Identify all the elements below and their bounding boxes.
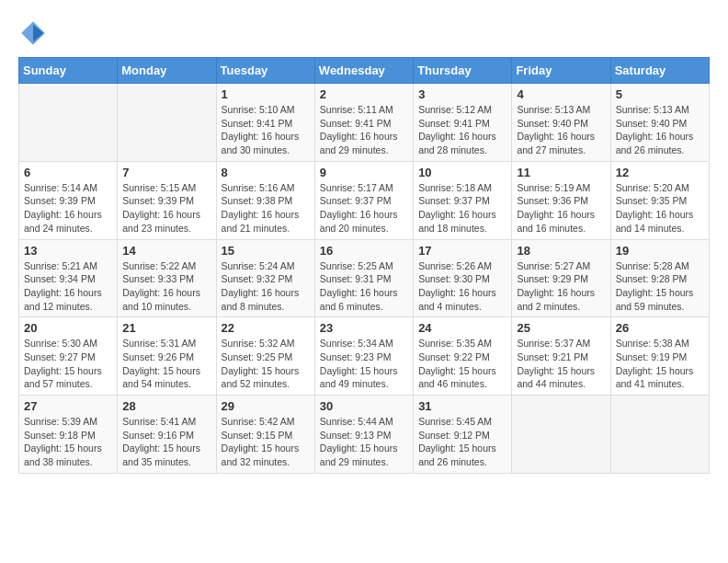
calendar-week-3: 13Sunrise: 5:21 AM Sunset: 9:34 PM Dayli… xyxy=(19,239,710,317)
calendar-cell: 18Sunrise: 5:27 AM Sunset: 9:29 PM Dayli… xyxy=(512,239,610,317)
calendar-cell: 17Sunrise: 5:26 AM Sunset: 9:30 PM Dayli… xyxy=(414,239,512,317)
day-content: Sunrise: 5:31 AM Sunset: 9:26 PM Dayligh… xyxy=(122,337,210,391)
calendar-cell: 3Sunrise: 5:12 AM Sunset: 9:41 PM Daylig… xyxy=(414,84,512,162)
calendar-cell: 20Sunrise: 5:30 AM Sunset: 9:27 PM Dayli… xyxy=(19,317,118,396)
calendar-week-4: 20Sunrise: 5:30 AM Sunset: 9:27 PM Dayli… xyxy=(19,317,710,396)
calendar-table: SundayMondayTuesdayWednesdayThursdayFrid… xyxy=(18,57,710,474)
calendar-header: SundayMondayTuesdayWednesdayThursdayFrid… xyxy=(19,58,710,84)
day-number: 24 xyxy=(418,321,506,335)
calendar-cell: 8Sunrise: 5:16 AM Sunset: 9:38 PM Daylig… xyxy=(216,161,314,239)
weekday-header-monday: Monday xyxy=(118,58,216,84)
day-content: Sunrise: 5:34 AM Sunset: 9:23 PM Dayligh… xyxy=(320,337,408,391)
calendar-cell: 21Sunrise: 5:31 AM Sunset: 9:26 PM Dayli… xyxy=(118,317,216,396)
day-number: 21 xyxy=(122,321,210,335)
day-number: 2 xyxy=(320,87,408,101)
day-number: 25 xyxy=(517,321,605,335)
calendar-cell: 10Sunrise: 5:18 AM Sunset: 9:37 PM Dayli… xyxy=(414,161,512,239)
page-header xyxy=(18,18,710,48)
day-content: Sunrise: 5:37 AM Sunset: 9:21 PM Dayligh… xyxy=(517,337,605,391)
calendar-cell: 31Sunrise: 5:45 AM Sunset: 9:12 PM Dayli… xyxy=(414,396,512,474)
day-content: Sunrise: 5:32 AM Sunset: 9:25 PM Dayligh… xyxy=(222,337,310,391)
calendar-cell: 4Sunrise: 5:13 AM Sunset: 9:40 PM Daylig… xyxy=(512,84,610,162)
calendar-cell: 26Sunrise: 5:38 AM Sunset: 9:19 PM Dayli… xyxy=(610,317,709,396)
day-content: Sunrise: 5:27 AM Sunset: 9:29 PM Dayligh… xyxy=(517,259,605,314)
day-content: Sunrise: 5:28 AM Sunset: 9:28 PM Dayligh… xyxy=(616,259,704,314)
day-content: Sunrise: 5:39 AM Sunset: 9:18 PM Dayligh… xyxy=(24,415,112,469)
day-number: 19 xyxy=(616,244,704,258)
day-number: 10 xyxy=(418,166,506,179)
day-content: Sunrise: 5:15 AM Sunset: 9:39 PM Dayligh… xyxy=(122,181,210,236)
weekday-header-thursday: Thursday xyxy=(414,58,512,84)
day-content: Sunrise: 5:14 AM Sunset: 9:39 PM Dayligh… xyxy=(24,181,112,236)
day-number: 22 xyxy=(222,321,310,335)
calendar-body: 1Sunrise: 5:10 AM Sunset: 9:41 PM Daylig… xyxy=(19,84,710,474)
day-number: 12 xyxy=(616,166,704,179)
day-content: Sunrise: 5:25 AM Sunset: 9:31 PM Dayligh… xyxy=(320,259,408,314)
day-content: Sunrise: 5:11 AM Sunset: 9:41 PM Dayligh… xyxy=(320,103,408,157)
calendar-cell: 5Sunrise: 5:13 AM Sunset: 9:40 PM Daylig… xyxy=(610,84,709,162)
calendar-cell: 29Sunrise: 5:42 AM Sunset: 9:15 PM Dayli… xyxy=(216,396,314,474)
day-number: 29 xyxy=(222,399,310,413)
day-content: Sunrise: 5:35 AM Sunset: 9:22 PM Dayligh… xyxy=(418,337,506,391)
calendar-week-1: 1Sunrise: 5:10 AM Sunset: 9:41 PM Daylig… xyxy=(19,84,710,162)
day-content: Sunrise: 5:24 AM Sunset: 9:32 PM Dayligh… xyxy=(222,259,310,314)
weekday-header-saturday: Saturday xyxy=(610,58,709,84)
day-number: 4 xyxy=(517,87,605,101)
day-content: Sunrise: 5:45 AM Sunset: 9:12 PM Dayligh… xyxy=(418,415,506,469)
day-number: 20 xyxy=(24,321,112,335)
calendar-cell: 28Sunrise: 5:41 AM Sunset: 9:16 PM Dayli… xyxy=(118,396,216,474)
calendar-cell: 30Sunrise: 5:44 AM Sunset: 9:13 PM Dayli… xyxy=(314,396,413,474)
day-content: Sunrise: 5:42 AM Sunset: 9:15 PM Dayligh… xyxy=(222,415,310,469)
day-content: Sunrise: 5:22 AM Sunset: 9:33 PM Dayligh… xyxy=(122,259,210,314)
day-content: Sunrise: 5:16 AM Sunset: 9:38 PM Dayligh… xyxy=(222,181,310,236)
calendar-cell: 23Sunrise: 5:34 AM Sunset: 9:23 PM Dayli… xyxy=(314,317,413,396)
day-number: 28 xyxy=(122,399,210,413)
calendar-cell: 27Sunrise: 5:39 AM Sunset: 9:18 PM Dayli… xyxy=(19,396,118,474)
logo-icon xyxy=(18,18,48,48)
weekday-header-wednesday: Wednesday xyxy=(314,58,413,84)
day-content: Sunrise: 5:38 AM Sunset: 9:19 PM Dayligh… xyxy=(616,337,704,391)
day-content: Sunrise: 5:17 AM Sunset: 9:37 PM Dayligh… xyxy=(320,181,408,236)
day-number: 17 xyxy=(418,244,506,258)
day-content: Sunrise: 5:26 AM Sunset: 9:30 PM Dayligh… xyxy=(418,259,506,314)
calendar-cell: 12Sunrise: 5:20 AM Sunset: 9:35 PM Dayli… xyxy=(610,161,709,239)
day-number: 5 xyxy=(616,87,704,101)
calendar-cell: 25Sunrise: 5:37 AM Sunset: 9:21 PM Dayli… xyxy=(512,317,610,396)
calendar-cell xyxy=(118,84,216,162)
calendar-cell: 11Sunrise: 5:19 AM Sunset: 9:36 PM Dayli… xyxy=(512,161,610,239)
calendar-cell: 15Sunrise: 5:24 AM Sunset: 9:32 PM Dayli… xyxy=(216,239,314,317)
calendar-cell xyxy=(512,396,610,474)
calendar-cell: 13Sunrise: 5:21 AM Sunset: 9:34 PM Dayli… xyxy=(19,239,118,317)
calendar-cell: 16Sunrise: 5:25 AM Sunset: 9:31 PM Dayli… xyxy=(314,239,413,317)
day-number: 1 xyxy=(222,87,310,101)
day-number: 8 xyxy=(222,166,310,179)
day-number: 16 xyxy=(320,244,408,258)
day-content: Sunrise: 5:41 AM Sunset: 9:16 PM Dayligh… xyxy=(122,415,210,469)
calendar-cell: 6Sunrise: 5:14 AM Sunset: 9:39 PM Daylig… xyxy=(19,161,118,239)
day-number: 14 xyxy=(122,244,210,258)
day-content: Sunrise: 5:21 AM Sunset: 9:34 PM Dayligh… xyxy=(24,259,112,314)
day-number: 31 xyxy=(418,399,506,413)
weekday-header-row: SundayMondayTuesdayWednesdayThursdayFrid… xyxy=(19,58,710,84)
day-number: 11 xyxy=(517,166,605,179)
day-content: Sunrise: 5:10 AM Sunset: 9:41 PM Dayligh… xyxy=(222,103,310,157)
weekday-header-tuesday: Tuesday xyxy=(216,58,314,84)
weekday-header-friday: Friday xyxy=(512,58,610,84)
weekday-header-sunday: Sunday xyxy=(19,58,118,84)
day-content: Sunrise: 5:13 AM Sunset: 9:40 PM Dayligh… xyxy=(616,103,704,157)
day-number: 18 xyxy=(517,244,605,258)
day-content: Sunrise: 5:12 AM Sunset: 9:41 PM Dayligh… xyxy=(418,103,506,157)
day-content: Sunrise: 5:30 AM Sunset: 9:27 PM Dayligh… xyxy=(24,337,112,391)
day-number: 9 xyxy=(320,166,408,179)
day-number: 27 xyxy=(24,399,112,413)
calendar-cell: 14Sunrise: 5:22 AM Sunset: 9:33 PM Dayli… xyxy=(118,239,216,317)
day-content: Sunrise: 5:13 AM Sunset: 9:40 PM Dayligh… xyxy=(517,103,605,157)
calendar-cell: 1Sunrise: 5:10 AM Sunset: 9:41 PM Daylig… xyxy=(216,84,314,162)
calendar-cell: 19Sunrise: 5:28 AM Sunset: 9:28 PM Dayli… xyxy=(610,239,709,317)
day-number: 7 xyxy=(122,166,210,179)
day-content: Sunrise: 5:18 AM Sunset: 9:37 PM Dayligh… xyxy=(418,181,506,236)
calendar-cell: 7Sunrise: 5:15 AM Sunset: 9:39 PM Daylig… xyxy=(118,161,216,239)
calendar-cell: 2Sunrise: 5:11 AM Sunset: 9:41 PM Daylig… xyxy=(314,84,413,162)
calendar-week-5: 27Sunrise: 5:39 AM Sunset: 9:18 PM Dayli… xyxy=(19,396,710,474)
calendar-cell: 22Sunrise: 5:32 AM Sunset: 9:25 PM Dayli… xyxy=(216,317,314,396)
